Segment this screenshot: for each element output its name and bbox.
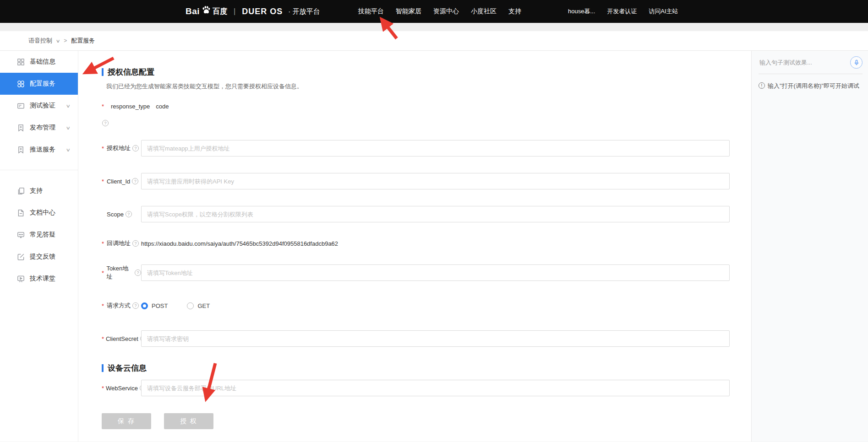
response-type-value: code bbox=[156, 103, 169, 110]
form-row-request-method: * 请求方式 ? POST GET bbox=[102, 297, 751, 314]
microphone-button[interactable] bbox=[850, 56, 863, 69]
sidebar-item-label: 推送服务 bbox=[30, 146, 55, 154]
field-label-text: Client_Id bbox=[107, 178, 130, 185]
help-icon[interactable]: ? bbox=[132, 302, 139, 309]
field-label-text: Scope bbox=[107, 211, 124, 218]
chevron-down-icon[interactable]: ∨ bbox=[66, 147, 71, 152]
bookmark-plus-icon bbox=[17, 124, 25, 132]
page-title: 授权信息配置 bbox=[108, 67, 154, 77]
help-icon[interactable]: ? bbox=[132, 145, 139, 151]
field-label: * WebService ? bbox=[102, 385, 141, 392]
nav-item-developer-cert[interactable]: 开发者认证 bbox=[607, 7, 637, 16]
save-button[interactable]: 保 存 bbox=[102, 413, 151, 429]
scope-input[interactable] bbox=[141, 206, 730, 222]
radio-label: POST bbox=[152, 302, 168, 309]
chevron-down-icon[interactable]: ∨ bbox=[66, 125, 71, 130]
nav-item-community[interactable]: 小度社区 bbox=[471, 7, 497, 16]
request-method-radio-group: POST GET bbox=[141, 302, 210, 309]
form-row-client-id: * Client_Id ? bbox=[102, 173, 751, 189]
field-label: response_type bbox=[111, 103, 150, 110]
authorize-button[interactable]: 授 权 bbox=[164, 413, 213, 429]
radio-post[interactable]: POST bbox=[141, 302, 168, 309]
required-marker: * bbox=[102, 178, 105, 185]
sidebar-item-support[interactable]: 支持 bbox=[0, 180, 78, 202]
required-marker: * bbox=[102, 240, 105, 247]
baidu-dueros-logo[interactable]: Bai 百度 | DUER OS · 开放平台 bbox=[186, 0, 320, 23]
help-icon[interactable]: ? bbox=[132, 240, 139, 247]
token-url-input[interactable] bbox=[141, 264, 730, 281]
sidebar-divider bbox=[0, 170, 78, 170]
client-secret-input[interactable] bbox=[141, 330, 730, 347]
help-icon[interactable]: ? bbox=[135, 270, 141, 276]
required-marker: * bbox=[102, 270, 105, 276]
chevron-down-icon[interactable]: ∨ bbox=[66, 103, 71, 108]
nav-item-smart-home[interactable]: 智能家居 bbox=[396, 7, 421, 16]
help-icon[interactable]: ? bbox=[132, 178, 138, 184]
sidebar-item-faq[interactable]: 常见答疑 bbox=[0, 224, 78, 246]
form-row-scope: * Scope ? bbox=[102, 206, 751, 222]
form-actions: 保 存 授 权 bbox=[102, 413, 751, 429]
form-row-callback-url: * 回调地址 ? https://xiaodu.baidu.com/saiya/… bbox=[102, 239, 751, 248]
field-label-text: ClientSecret bbox=[106, 335, 138, 342]
sidebar-item-push-service[interactable]: 推送服务 ∨ bbox=[0, 139, 78, 161]
nav-item-resource-center[interactable]: 资源中心 bbox=[433, 7, 459, 16]
copy-icon bbox=[17, 187, 25, 195]
sidebar-item-test-verify[interactable]: 测试验证 ∨ bbox=[0, 95, 78, 117]
username[interactable]: house暮... bbox=[568, 7, 595, 16]
test-panel: ! 输入"打开(调用名称)"即可开始调试 bbox=[751, 51, 868, 442]
field-label-text: Token地址 bbox=[107, 264, 133, 281]
section-accent-bar bbox=[102, 68, 104, 76]
client-id-input[interactable] bbox=[141, 173, 730, 189]
dueros-brand: DUER OS bbox=[242, 7, 283, 16]
radio-icon[interactable] bbox=[141, 302, 148, 309]
grid-icon bbox=[17, 58, 25, 66]
sidebar-item-tech-course[interactable]: 技术课堂 bbox=[0, 268, 78, 290]
baidu-logo-text: Bai bbox=[186, 6, 200, 16]
nav-item-visit-ai-site[interactable]: 访问AI主站 bbox=[649, 7, 678, 16]
required-marker: * bbox=[102, 302, 105, 309]
breadcrumb: 语音控制 ∨ > 配置服务 bbox=[0, 31, 868, 51]
breadcrumb-root[interactable]: 语音控制 bbox=[28, 37, 52, 45]
field-label: * Scope ? bbox=[102, 211, 141, 218]
test-hint-text: 输入"打开(调用名称)"即可开始调试 bbox=[768, 82, 859, 90]
bookmark-plus-icon bbox=[17, 146, 25, 154]
chevron-down-icon[interactable]: ∨ bbox=[56, 38, 60, 43]
sidebar-item-label: 发布管理 bbox=[30, 124, 55, 132]
field-label: * ClientSecret ? bbox=[102, 335, 141, 342]
test-sentence-input[interactable] bbox=[759, 59, 841, 66]
radio-icon[interactable] bbox=[187, 302, 194, 309]
required-marker: * bbox=[102, 103, 105, 110]
test-card-icon bbox=[17, 102, 25, 110]
sidebar-item-label: 支持 bbox=[30, 187, 43, 195]
sidebar-item-config-service[interactable]: 配置服务 bbox=[0, 73, 78, 95]
sidebar-item-label: 提交反馈 bbox=[30, 253, 55, 261]
form-row-web-service: * WebService ? bbox=[102, 380, 751, 396]
header-gap-strip bbox=[0, 23, 868, 31]
sidebar-item-publish-manage[interactable]: 发布管理 ∨ bbox=[0, 117, 78, 139]
sidebar: 基础信息 配置服务 测试验证 ∨ 发布管理 ∨ bbox=[0, 51, 78, 442]
breadcrumb-separator: > bbox=[64, 38, 67, 44]
form-row-response-type: * response_type code bbox=[102, 103, 751, 110]
required-marker: * bbox=[102, 385, 104, 392]
sidebar-item-doc-center[interactable]: 文档中心 bbox=[0, 202, 78, 224]
auth-url-input[interactable] bbox=[141, 140, 730, 156]
form-row-auth-url: * 授权地址 ? bbox=[102, 140, 751, 156]
field-label: * 请求方式 ? bbox=[102, 302, 141, 310]
nav-item-support[interactable]: 支持 bbox=[508, 7, 521, 16]
section-auth-title: 授权信息配置 bbox=[102, 67, 751, 76]
user-nav: house暮... 开发者认证 访问AI主站 bbox=[568, 0, 678, 23]
web-service-input[interactable] bbox=[141, 380, 730, 396]
device-cloud-title: 设备云信息 bbox=[108, 363, 147, 373]
radio-get[interactable]: GET bbox=[187, 302, 210, 309]
sidebar-item-feedback[interactable]: 提交反馈 bbox=[0, 246, 78, 268]
sidebar-item-basic-info[interactable]: 基础信息 bbox=[0, 51, 78, 73]
callback-url-value: https://xiaodu.baidu.com/saiya/auth/7546… bbox=[141, 240, 338, 247]
field-label-text: 授权地址 bbox=[107, 144, 131, 152]
radio-label: GET bbox=[197, 302, 210, 309]
sidebar-item-label: 配置服务 bbox=[30, 80, 55, 88]
field-label: * 授权地址 ? bbox=[102, 144, 141, 152]
help-icon[interactable]: ? bbox=[102, 120, 109, 126]
help-icon[interactable]: ? bbox=[126, 211, 132, 217]
nav-item-skill-platform[interactable]: 技能平台 bbox=[358, 7, 384, 16]
form-row-token-url: * Token地址 ? bbox=[102, 264, 751, 281]
